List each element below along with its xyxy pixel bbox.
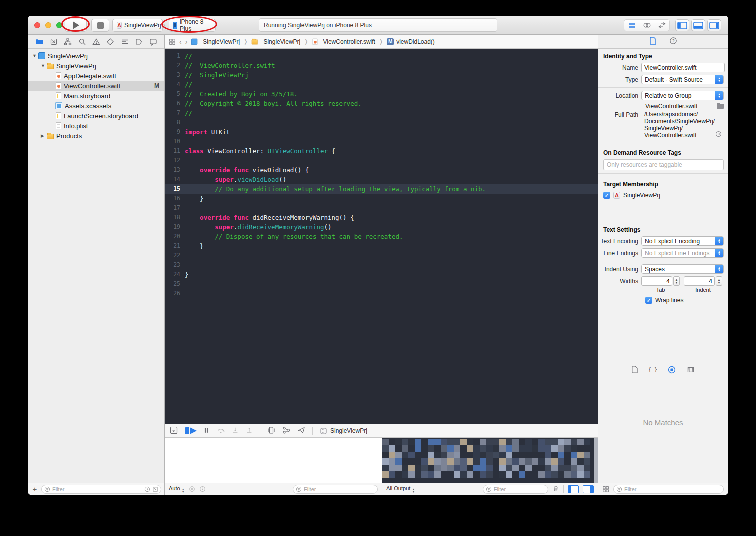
line-number[interactable]: 12 <box>165 156 185 166</box>
breakpoint-navigator-tab[interactable] <box>135 38 143 46</box>
text-encoding-dropdown[interactable]: No Explicit Encoding▲▼ <box>642 236 724 246</box>
code-line-2[interactable]: 2// ViewController.swift <box>165 61 598 70</box>
show-console-button[interactable] <box>583 486 594 494</box>
tree-item-LaunchScreen.storyboard[interactable]: LaunchScreen.storyboard <box>28 111 164 121</box>
line-number[interactable]: 20 <box>165 232 185 242</box>
line-number[interactable]: 19 <box>165 222 185 232</box>
debug-navigator-tab[interactable] <box>121 38 129 46</box>
step-into-button[interactable] <box>232 426 239 436</box>
code-line-15[interactable]: 15 // Do any additional setup after load… <box>165 184 598 194</box>
media-library-tab[interactable] <box>687 366 695 376</box>
standard-editor-button[interactable] <box>624 20 640 31</box>
back-button[interactable]: ‹ <box>180 38 182 46</box>
file-inspector-tab[interactable] <box>650 37 656 47</box>
toggle-inspector-button[interactable] <box>708 20 722 32</box>
code-line-17[interactable]: 17 <box>165 204 598 213</box>
tree-item-Info.plist[interactable]: Info.plist <box>28 121 164 131</box>
breakpoints-toggle-button[interactable] <box>185 428 196 434</box>
library-filter-field[interactable]: Filter <box>614 485 724 494</box>
indent-width-stepper[interactable]: ▲▼ <box>716 276 722 286</box>
open-in-finder-arrow-icon[interactable] <box>716 131 722 139</box>
line-number[interactable]: 16 <box>165 194 185 204</box>
stop-button[interactable] <box>92 19 110 32</box>
minimize-button[interactable] <box>46 22 52 28</box>
code-line-14[interactable]: 14 super.viewDidLoad() <box>165 175 598 184</box>
wrap-lines-row[interactable]: ✓ Wrap lines <box>646 297 728 304</box>
line-number[interactable]: 10 <box>165 137 185 146</box>
code-line-4[interactable]: 4// <box>165 80 598 90</box>
disclosure-triangle[interactable]: ▶ <box>41 134 46 138</box>
code-line-19[interactable]: 19 super.didReceiveMemoryWarning() <box>165 222 598 232</box>
choose-location-button[interactable] <box>717 104 724 109</box>
code-line-26[interactable]: 26 <box>165 289 598 298</box>
info-icon[interactable] <box>200 486 206 492</box>
breadcrumb-symbol[interactable]: M viewDidLoad() <box>387 38 435 46</box>
toggle-debug-area-button[interactable] <box>692 20 706 32</box>
code-line-5[interactable]: 5// Created by Boyi on 3/5/18. <box>165 90 598 99</box>
breadcrumb-group[interactable]: SingleViewPrj <box>252 38 300 46</box>
symbol-navigator-tab[interactable] <box>64 38 72 46</box>
project-navigator-tab[interactable] <box>36 38 44 46</box>
code-line-3[interactable]: 3// SingleViewPrj <box>165 70 598 80</box>
line-number[interactable]: 3 <box>165 70 185 80</box>
line-number[interactable]: 22 <box>165 251 185 260</box>
tab-width-field[interactable] <box>642 276 672 286</box>
object-library-tab[interactable] <box>668 366 676 376</box>
version-editor-button[interactable] <box>654 20 670 31</box>
line-number[interactable]: 6 <box>165 99 185 108</box>
code-snippet-library-tab[interactable]: { } <box>649 366 657 376</box>
navigator-filter-field[interactable]: Filter <box>42 485 162 494</box>
wrap-lines-checkbox[interactable]: ✓ <box>646 297 652 304</box>
code-line-7[interactable]: 7// <box>165 108 598 118</box>
type-dropdown[interactable]: Default - Swift Source▲▼ <box>642 75 724 84</box>
scheme-selector[interactable]: A SingleViewPrj <box>112 19 163 32</box>
test-navigator-tab[interactable] <box>106 38 114 46</box>
tree-item-Products[interactable]: ▶Products <box>28 131 164 141</box>
line-number[interactable]: 8 <box>165 118 185 128</box>
console-filter-field[interactable]: Filter <box>483 485 548 494</box>
line-number[interactable]: 26 <box>165 289 185 298</box>
target-membership-row[interactable]: ✓ A SingleViewPrj <box>604 192 728 199</box>
show-only-interesting-icon[interactable] <box>189 486 196 492</box>
name-field[interactable] <box>642 63 725 72</box>
line-number[interactable]: 15 <box>165 184 185 194</box>
target-checkbox[interactable]: ✓ <box>604 192 610 199</box>
code-line-21[interactable]: 21 } <box>165 242 598 251</box>
indent-using-dropdown[interactable]: Spaces▲▼ <box>642 264 724 274</box>
debug-process-item[interactable]: SingleViewPrj <box>320 428 368 435</box>
view-debugger-button[interactable] <box>268 426 276 436</box>
code-line-9[interactable]: 9import UIKit <box>165 128 598 137</box>
scm-status-filter-icon[interactable] <box>152 486 158 492</box>
step-out-button[interactable] <box>246 426 253 436</box>
pause-button[interactable] <box>203 427 210 436</box>
variables-scope-dropdown[interactable]: Auto ▲▼ <box>169 486 185 494</box>
zoom-button[interactable] <box>56 22 62 28</box>
line-number[interactable]: 21 <box>165 242 185 251</box>
tree-item-ViewController.swift[interactable]: ViewController.swiftM <box>28 81 164 91</box>
code-line-24[interactable]: 24} <box>165 270 598 280</box>
code-line-12[interactable]: 12 <box>165 156 598 166</box>
code-line-25[interactable]: 25 <box>165 280 598 289</box>
recent-files-icon[interactable] <box>144 486 150 492</box>
breadcrumb-file[interactable]: ViewController.swift <box>312 38 375 46</box>
console-scrollbar[interactable] <box>594 438 598 483</box>
tab-width-stepper[interactable]: ▲▼ <box>674 276 680 286</box>
code-line-8[interactable]: 8 <box>165 118 598 128</box>
step-over-button[interactable] <box>217 426 225 436</box>
line-number[interactable]: 11 <box>165 146 185 156</box>
source-control-navigator-tab[interactable] <box>50 38 58 46</box>
show-variables-view-button[interactable] <box>568 486 579 494</box>
code-line-18[interactable]: 18 override func didReceiveMemoryWarning… <box>165 213 598 222</box>
line-number[interactable]: 1 <box>165 52 185 61</box>
tree-item-Assets.xcassets[interactable]: Assets.xcassets <box>28 101 164 111</box>
clear-console-button[interactable] <box>552 485 560 494</box>
variables-filter-field[interactable]: Filter <box>293 485 378 494</box>
code-line-11[interactable]: 11class ViewController: UIViewController… <box>165 146 598 156</box>
line-number[interactable]: 18 <box>165 213 185 222</box>
code-line-16[interactable]: 16 } <box>165 194 598 204</box>
line-number[interactable]: 24 <box>165 270 185 280</box>
code-line-1[interactable]: 1// <box>165 52 598 61</box>
code-line-20[interactable]: 20 // Dispose of any resources that can … <box>165 232 598 242</box>
line-endings-dropdown[interactable]: No Explicit Line Endings▲▼ <box>642 248 724 258</box>
issue-navigator-tab[interactable] <box>92 38 100 46</box>
